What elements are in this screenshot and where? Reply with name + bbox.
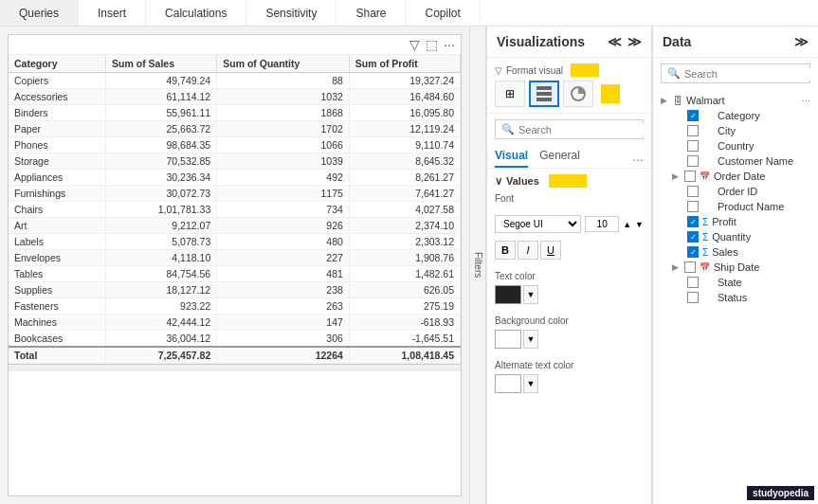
data-search-box[interactable]: 🔍 xyxy=(661,63,810,83)
table-row: Accessories61,114.12103216,484.60 xyxy=(9,89,461,105)
table-row: Fasteners923.22263275.19 xyxy=(9,298,461,315)
item-checkbox[interactable]: ✓ xyxy=(687,216,699,227)
yellow-highlight-2 xyxy=(601,84,620,103)
tree-item-order-id[interactable]: Order ID xyxy=(653,184,818,199)
cell-category: Accessories xyxy=(9,89,106,105)
item-label: City xyxy=(718,125,736,136)
table-grid-icon-btn[interactable]: ⊞ xyxy=(495,81,525,107)
italic-button[interactable]: I xyxy=(518,241,538,260)
tab-visual[interactable]: Visual xyxy=(495,149,528,168)
item-checkbox[interactable] xyxy=(687,201,699,212)
item-checkbox[interactable] xyxy=(687,186,699,197)
tree-item-order-date[interactable]: ▶ 📅 Order Date xyxy=(653,169,818,184)
font-select[interactable]: Segoe UI xyxy=(495,215,581,233)
menu-copilot[interactable]: Copilot xyxy=(406,0,480,26)
viz-expand-icon[interactable]: ≫ xyxy=(627,34,642,49)
tree-item-ship-date[interactable]: ▶ 📅 Ship Date xyxy=(653,260,818,275)
viz-search-box[interactable]: 🔍 xyxy=(495,119,644,139)
underline-button[interactable]: U xyxy=(540,241,561,260)
values-content: Font Segoe UI ▲ ▼ B I U Text color xyxy=(495,193,644,393)
tree-item-product-name[interactable]: Product Name xyxy=(653,199,818,214)
menu-queries[interactable]: Queries xyxy=(0,0,79,26)
item-checkbox[interactable] xyxy=(687,155,699,167)
data-search-icon: 🔍 xyxy=(667,67,681,80)
item-checkbox[interactable]: ✓ xyxy=(687,246,699,258)
bold-button[interactable]: B xyxy=(495,241,516,260)
tree-item-category[interactable]: ✓ Category xyxy=(653,108,818,123)
search-icon: 🔍 xyxy=(501,123,515,135)
alt-text-color-swatch[interactable] xyxy=(495,374,521,393)
data-search-input[interactable] xyxy=(684,68,815,80)
menu-share[interactable]: Share xyxy=(336,0,406,26)
tree-item-state[interactable]: State xyxy=(653,275,818,290)
item-checkbox[interactable] xyxy=(687,125,699,136)
group-name-label: Walmart xyxy=(686,95,725,106)
menu-sensitivity[interactable]: Sensitivity xyxy=(246,0,336,26)
expand-icon[interactable]: ⬚ xyxy=(426,37,438,52)
table-row: Machines42,444.12147-618.93 xyxy=(9,315,461,331)
item-checkbox[interactable] xyxy=(684,171,696,182)
tree-item-profit[interactable]: ✓ Σ Profit xyxy=(653,214,818,229)
table-row: Art9,212.079262,374.10 xyxy=(9,218,461,234)
font-size-input[interactable] xyxy=(585,216,619,232)
font-section-label: Font xyxy=(495,193,644,204)
cell-category: Machines xyxy=(9,315,106,331)
text-color-swatch[interactable] xyxy=(495,285,521,304)
sigma-icon: Σ xyxy=(702,232,708,243)
tree-item-quantity[interactable]: ✓ Σ Quantity xyxy=(653,229,818,244)
sigma-icon: Σ xyxy=(702,217,708,227)
tab-more[interactable]: ... xyxy=(632,149,644,168)
viz-title: Visualizations xyxy=(497,34,585,49)
cell-value: 480 xyxy=(217,234,350,250)
filter-icon[interactable]: ▽ xyxy=(409,37,420,52)
cell-value: 2,374.10 xyxy=(349,218,460,234)
text-color-chevron[interactable]: ▼ xyxy=(523,285,538,304)
item-label: Category xyxy=(718,110,760,121)
menu-insert[interactable]: Insert xyxy=(79,0,146,26)
tree-item-country[interactable]: Country xyxy=(653,138,818,153)
group-more-icon[interactable]: ··· xyxy=(802,95,810,106)
tree-item-customer-name[interactable]: Customer Name xyxy=(653,153,818,169)
scroll-bar[interactable] xyxy=(9,364,461,371)
menu-calculations[interactable]: Calculations xyxy=(146,0,246,26)
item-checkbox[interactable]: ✓ xyxy=(687,231,699,243)
item-checkbox[interactable]: ✓ xyxy=(687,110,699,121)
values-header[interactable]: ∨ Values xyxy=(495,174,644,188)
values-section: ∨ Values Font Segoe UI ▲ ▼ B I U xyxy=(487,169,651,399)
more-icon[interactable]: ··· xyxy=(444,37,455,52)
tree-item-city[interactable]: City xyxy=(653,123,818,138)
yellow-highlight-bar xyxy=(571,63,599,77)
bg-color-chevron[interactable]: ▼ xyxy=(523,330,538,349)
tree-group-header-walmart[interactable]: ▶ 🗄 Walmart ··· xyxy=(653,93,818,108)
table-row: Appliances30,236.344928,261.27 xyxy=(9,170,461,186)
tab-general[interactable]: General xyxy=(539,149,580,168)
table-toolbar: ▽ ⬚ ··· xyxy=(9,35,461,55)
active-viz-btn[interactable] xyxy=(529,81,559,107)
svg-rect-2 xyxy=(536,98,552,101)
cell-value: 275.19 xyxy=(349,298,460,315)
tree-item-status[interactable]: Status xyxy=(653,290,818,305)
cell-value: 55,961.11 xyxy=(106,105,217,121)
alt-text-color-chevron[interactable]: ▼ xyxy=(523,374,538,393)
svg-rect-1 xyxy=(536,92,552,96)
item-label: Quantity xyxy=(712,231,751,243)
text-color-label: Text color xyxy=(495,271,644,281)
item-checkbox[interactable] xyxy=(687,277,699,288)
table-header-row: Category Sum of Sales Sum of Quantity Su… xyxy=(9,55,461,73)
format-visual-section: ▽ Format visual ⊞ xyxy=(487,58,651,114)
item-checkbox[interactable] xyxy=(684,261,696,273)
item-checkbox[interactable] xyxy=(687,292,699,303)
table-row: Total7,25,457.82122641,08,418.45 xyxy=(9,347,461,364)
table-container: ▽ ⬚ ··· Category Sum of Sales Sum of Qua… xyxy=(8,34,462,496)
viz-collapse-icon[interactable]: ≪ xyxy=(608,34,622,49)
font-size-down-icon[interactable]: ▼ xyxy=(635,220,644,229)
bg-color-swatch[interactable] xyxy=(495,330,521,349)
item-expand-arrow: ▶ xyxy=(672,171,679,181)
font-size-up-icon[interactable]: ▲ xyxy=(623,220,631,229)
pie-chart-icon-btn[interactable] xyxy=(563,81,593,107)
viz-search-input[interactable] xyxy=(518,124,649,135)
item-checkbox[interactable] xyxy=(687,140,699,152)
tree-item-sales[interactable]: ✓ Σ Sales xyxy=(653,244,818,260)
data-expand-icon[interactable]: ≫ xyxy=(794,34,809,49)
cell-value: 9,110.74 xyxy=(349,137,460,153)
